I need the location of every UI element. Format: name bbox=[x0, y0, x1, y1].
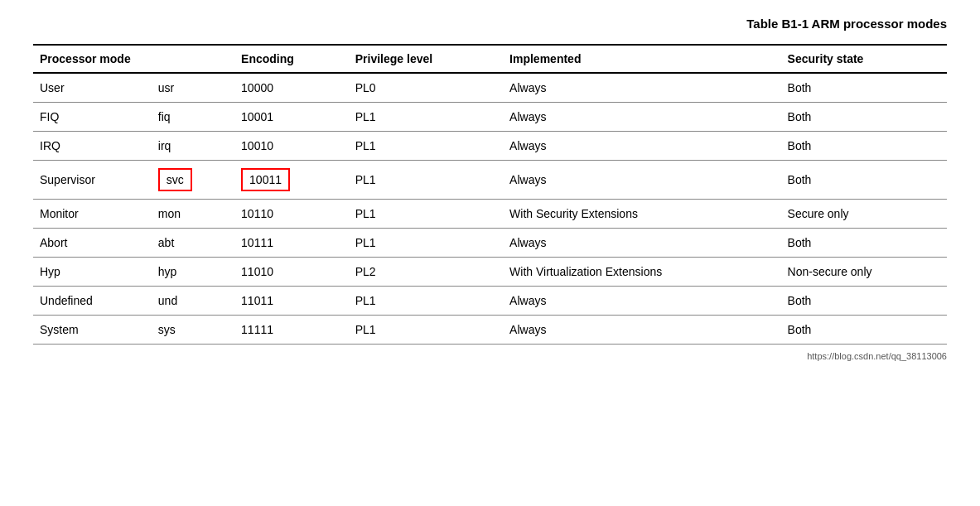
cell-mode: User bbox=[33, 73, 152, 103]
cell-mode: System bbox=[33, 316, 152, 345]
cell-abbr: und bbox=[152, 287, 234, 316]
cell-privilege: PL2 bbox=[349, 258, 503, 287]
table-row: Systemsys11111PL1AlwaysBoth bbox=[33, 316, 947, 345]
cell-abbr: sys bbox=[152, 316, 234, 345]
table-row: Undefinedund11011PL1AlwaysBoth bbox=[33, 287, 947, 316]
cell-privilege: PL1 bbox=[349, 316, 503, 345]
cell-mode: Undefined bbox=[33, 287, 152, 316]
cell-implemented: With Security Extensions bbox=[503, 200, 781, 229]
cell-encoding: 10110 bbox=[234, 200, 349, 229]
cell-implemented: Always bbox=[503, 161, 781, 200]
cell-privilege: PL1 bbox=[349, 161, 503, 200]
table-row: Userusr10000PL0AlwaysBoth bbox=[33, 73, 947, 103]
cell-implemented: Always bbox=[503, 132, 781, 161]
cell-implemented: With Virtualization Extensions bbox=[503, 258, 781, 287]
cell-mode: FIQ bbox=[33, 103, 152, 132]
cell-mode: Supervisor bbox=[33, 161, 152, 200]
col-header-encoding: Encoding bbox=[234, 45, 349, 73]
cell-privilege: PL1 bbox=[349, 229, 503, 258]
table-row: Hyphyp11010PL2With Virtualization Extens… bbox=[33, 258, 947, 287]
cell-encoding: 10010 bbox=[234, 132, 349, 161]
page-title: Table B1-1 ARM processor modes bbox=[33, 17, 947, 31]
cell-abbr: mon bbox=[152, 200, 234, 229]
table-row: Supervisorsvc10011PL1AlwaysBoth bbox=[33, 161, 947, 200]
col-header-implemented: Implemented bbox=[503, 45, 781, 73]
cell-privilege: PL0 bbox=[349, 73, 503, 103]
cell-abbr: svc bbox=[152, 161, 234, 200]
cell-mode: Monitor bbox=[33, 200, 152, 229]
cell-implemented: Always bbox=[503, 287, 781, 316]
col-header-security: Security state bbox=[781, 45, 947, 73]
cell-encoding: 11111 bbox=[234, 316, 349, 345]
cell-abbr: hyp bbox=[152, 258, 234, 287]
cell-encoding: 10011 bbox=[234, 161, 349, 200]
table-row: Monitormon10110PL1With Security Extensio… bbox=[33, 200, 947, 229]
cell-abbr: irq bbox=[152, 132, 234, 161]
cell-encoding: 10001 bbox=[234, 103, 349, 132]
cell-security: Non-secure only bbox=[781, 258, 947, 287]
col-header-privilege: Privilege level bbox=[349, 45, 503, 73]
table-row: Abortabt10111PL1AlwaysBoth bbox=[33, 229, 947, 258]
cell-security: Both bbox=[781, 103, 947, 132]
cell-security: Both bbox=[781, 287, 947, 316]
cell-encoding: 10111 bbox=[234, 229, 349, 258]
cell-implemented: Always bbox=[503, 73, 781, 103]
cell-privilege: PL1 bbox=[349, 287, 503, 316]
cell-implemented: Always bbox=[503, 229, 781, 258]
cell-privilege: PL1 bbox=[349, 103, 503, 132]
cell-privilege: PL1 bbox=[349, 132, 503, 161]
table-header-row: Processor mode Encoding Privilege level … bbox=[33, 45, 947, 73]
cell-mode: Abort bbox=[33, 229, 152, 258]
cell-security: Both bbox=[781, 132, 947, 161]
cell-encoding: 11010 bbox=[234, 258, 349, 287]
cell-encoding: 10000 bbox=[234, 73, 349, 103]
cell-implemented: Always bbox=[503, 103, 781, 132]
cell-abbr: fiq bbox=[152, 103, 234, 132]
cell-abbr: abt bbox=[152, 229, 234, 258]
table-row: FIQfiq10001PL1AlwaysBoth bbox=[33, 103, 947, 132]
col-header-mode: Processor mode bbox=[33, 45, 234, 73]
processor-modes-table: Processor mode Encoding Privilege level … bbox=[33, 44, 947, 345]
cell-security: Both bbox=[781, 229, 947, 258]
cell-privilege: PL1 bbox=[349, 200, 503, 229]
cell-mode: Hyp bbox=[33, 258, 152, 287]
cell-implemented: Always bbox=[503, 316, 781, 345]
cell-security: Both bbox=[781, 316, 947, 345]
cell-security: Both bbox=[781, 161, 947, 200]
footer-url: https://blog.csdn.net/qq_38113006 bbox=[33, 351, 947, 361]
cell-abbr: usr bbox=[152, 73, 234, 103]
cell-encoding: 11011 bbox=[234, 287, 349, 316]
cell-mode: IRQ bbox=[33, 132, 152, 161]
table-row: IRQirq10010PL1AlwaysBoth bbox=[33, 132, 947, 161]
cell-security: Secure only bbox=[781, 200, 947, 229]
cell-security: Both bbox=[781, 73, 947, 103]
